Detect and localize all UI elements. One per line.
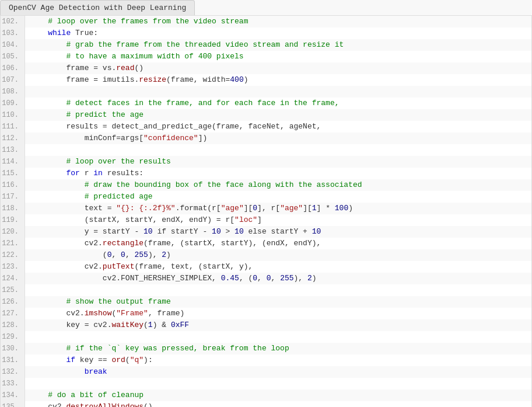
code-line: 124. cv2.FONT_HERSHEY_SIMPLEX, 0.45, (0,… xyxy=(1,273,531,284)
line-number: 106. xyxy=(1,62,25,74)
code-line: 109. # detect faces in the frame, and fo… xyxy=(1,98,531,109)
line-content: cv2.FONT_HERSHEY_SIMPLEX, 0.45, (0, 0, 2… xyxy=(25,273,531,284)
code-line: 117. # predicted age xyxy=(1,191,531,203)
code-line: 121. cv2.rectangle(frame, (startX, start… xyxy=(1,238,531,249)
line-number: 125. xyxy=(1,284,25,296)
code-line: 104. # grab the frame from the threaded … xyxy=(1,39,531,51)
code-line: 133. xyxy=(1,378,531,389)
code-line: 112. minConf=args["confidence"]) xyxy=(1,133,531,144)
code-line: 135. cv2.destroyAllWindows() xyxy=(1,401,531,407)
code-line: 110. # predict the age xyxy=(1,109,531,121)
line-number: 127. xyxy=(1,308,25,319)
line-content: minConf=args["confidence"]) xyxy=(25,133,531,144)
code-line: 132. break xyxy=(1,366,531,378)
line-content: # loop over the frames from the video st… xyxy=(25,16,531,27)
line-content: key = cv2.waitKey(1) & 0xFF xyxy=(25,319,531,331)
line-number: 134. xyxy=(1,389,25,401)
code-line: 111. results = detect_and_predict_age(fr… xyxy=(1,121,531,133)
code-container: 102. # loop over the frames from the vid… xyxy=(0,15,532,407)
code-line: 120. y = startY - 10 if startY - 10 > 10… xyxy=(1,226,531,238)
code-line: 106. frame = vs.read() xyxy=(1,62,531,74)
line-number: 135. xyxy=(1,401,25,407)
line-content: # do a bit of cleanup xyxy=(25,389,531,401)
line-content: # detect faces in the frame, and for eac… xyxy=(25,98,531,109)
line-content: (0, 0, 255), 2) xyxy=(25,249,531,261)
title-bar: OpenCV Age Detection with Deep Learning xyxy=(0,0,195,15)
line-number: 124. xyxy=(1,273,25,284)
line-content: y = startY - 10 if startY - 10 > 10 else… xyxy=(25,226,531,238)
code-line: 113. xyxy=(1,144,531,156)
line-content xyxy=(25,86,531,98)
line-number: 119. xyxy=(1,214,25,226)
line-number: 111. xyxy=(1,121,25,133)
code-line: 108. xyxy=(1,86,531,98)
code-line: 128. key = cv2.waitKey(1) & 0xFF xyxy=(1,319,531,331)
line-number: 130. xyxy=(1,343,25,354)
line-content: for r in results: xyxy=(25,168,531,179)
code-line: 114. # loop over the results xyxy=(1,156,531,168)
line-content: # draw the bounding box of the face alon… xyxy=(25,179,531,191)
code-line: 107. frame = imutils.resize(frame, width… xyxy=(1,74,531,86)
code-line: 125. xyxy=(1,284,531,296)
line-number: 102. xyxy=(1,16,25,27)
line-number: 110. xyxy=(1,109,25,121)
line-number: 123. xyxy=(1,261,25,273)
code-line: 134. # do a bit of cleanup xyxy=(1,389,531,401)
code-line: 115. for r in results: xyxy=(1,168,531,179)
code-line: 119. (startX, startY, endX, endY) = r["l… xyxy=(1,214,531,226)
line-number: 129. xyxy=(1,331,25,343)
line-number: 103. xyxy=(1,27,25,39)
code-line: 127. cv2.imshow("Frame", frame) xyxy=(1,308,531,319)
line-number: 118. xyxy=(1,203,25,214)
line-content: # loop over the results xyxy=(25,156,531,168)
line-number: 112. xyxy=(1,133,25,144)
line-content xyxy=(25,331,531,343)
line-content: # if the `q` key was pressed, break from… xyxy=(25,343,531,354)
line-content: results = detect_and_predict_age(frame, … xyxy=(25,121,531,133)
line-number: 116. xyxy=(1,179,25,191)
line-content: cv2.putText(frame, text, (startX, y), xyxy=(25,261,531,273)
line-content: while True: xyxy=(25,27,531,39)
code-line: 122. (0, 0, 255), 2) xyxy=(1,249,531,261)
line-number: 114. xyxy=(1,156,25,168)
line-content xyxy=(25,378,531,389)
code-line: 123. cv2.putText(frame, text, (startX, y… xyxy=(1,261,531,273)
line-number: 120. xyxy=(1,226,25,238)
line-content: # show the output frame xyxy=(25,296,531,308)
line-content: # to have a maximum width of 400 pixels xyxy=(25,51,531,62)
line-number: 113. xyxy=(1,144,25,156)
code-line: 105. # to have a maximum width of 400 pi… xyxy=(1,51,531,62)
line-number: 128. xyxy=(1,319,25,331)
line-number: 126. xyxy=(1,296,25,308)
code-line: 126. # show the output frame xyxy=(1,296,531,308)
line-content: if key == ord("q"): xyxy=(25,354,531,366)
line-content: (startX, startY, endX, endY) = r["loc"] xyxy=(25,214,531,226)
line-number: 132. xyxy=(1,366,25,378)
line-number: 121. xyxy=(1,238,25,249)
line-number: 108. xyxy=(1,86,25,98)
code-line: 102. # loop over the frames from the vid… xyxy=(1,16,531,27)
line-content: # predicted age xyxy=(25,191,531,203)
code-line: 103. while True: xyxy=(1,27,531,39)
line-number: 107. xyxy=(1,74,25,86)
line-number: 133. xyxy=(1,378,25,389)
line-number: 115. xyxy=(1,168,25,179)
line-content: frame = vs.read() xyxy=(25,62,531,74)
line-number: 105. xyxy=(1,51,25,62)
line-content: break xyxy=(25,366,531,378)
line-content: cv2.destroyAllWindows() xyxy=(25,401,531,407)
line-content: # predict the age xyxy=(25,109,531,121)
line-content xyxy=(25,284,531,296)
line-number: 122. xyxy=(1,249,25,261)
line-number: 109. xyxy=(1,98,25,109)
line-content: cv2.rectangle(frame, (startX, startY), (… xyxy=(25,238,531,249)
code-line: 129. xyxy=(1,331,531,343)
line-number: 117. xyxy=(1,191,25,203)
line-content: # grab the frame from the threaded video… xyxy=(25,39,531,51)
code-line: 118. text = "{}: {:.2f}%".format(r["age"… xyxy=(1,203,531,214)
line-number: 131. xyxy=(1,354,25,366)
line-number: 104. xyxy=(1,39,25,51)
line-content xyxy=(25,144,531,156)
line-content: cv2.imshow("Frame", frame) xyxy=(25,308,531,319)
code-line: 116. # draw the bounding box of the face… xyxy=(1,179,531,191)
